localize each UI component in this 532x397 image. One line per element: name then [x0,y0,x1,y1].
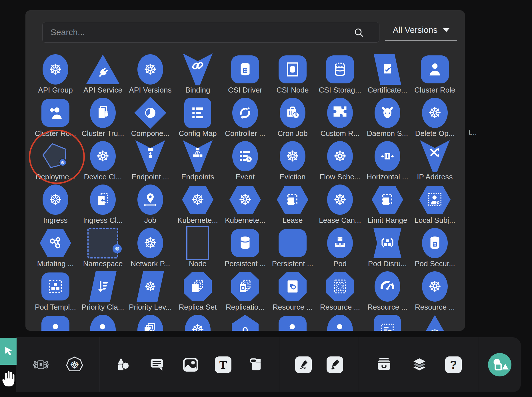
grid-item-delete-op[interactable]: ☸Delete Op... [411,97,459,141]
grid-item-priority-cla[interactable]: Priority Cla... [79,271,127,314]
grid-item-lease-can[interactable]: ☸Lease Can... [316,184,364,227]
grid-item-pod-disru[interactable]: Pod Disru... [364,227,411,271]
grid-item-label: Lease Can... [319,216,361,225]
grid-item-lease[interactable]: Lease [269,184,316,227]
grid-item-label: Node [189,259,207,268]
grid-item-csi-storag[interactable]: CSI Storag... [316,54,364,97]
grid-item-namespace[interactable]: ☸Namespace [79,227,127,271]
grid-item-binding[interactable]: Binding [174,54,221,97]
square-dashed-icon [372,186,403,214]
grid-item-endpoint[interactable]: Endpoint ... [127,141,174,184]
image-icon[interactable] [181,355,200,374]
grid-item-cluster-role[interactable]: Cluster Role [411,54,459,97]
grid-item-partial[interactable]: ☸ [411,314,459,331]
grid-item-event[interactable]: Event [221,141,269,184]
search-field[interactable] [42,22,379,43]
grid-item-api-versions[interactable]: ☸API Versions [127,54,174,97]
text-tool-icon[interactable]: T [215,356,231,373]
grid-item-compone[interactable]: Compone... [127,97,174,141]
grid-item-config-map[interactable]: Config Map [174,97,221,141]
grid-item-custom-r[interactable]: Custom R... [316,97,364,141]
grid-item-pod[interactable]: Pod [316,227,364,271]
boxes-arrow-icon [135,140,165,172]
grid-item-resource[interactable]: Resource ... [269,271,316,314]
grid-item-resource[interactable]: ☸Resource ... [411,271,459,314]
grid-item-partial[interactable] [364,314,411,331]
grid-item-partial[interactable]: ☸ [174,314,221,331]
grid-item-resource[interactable]: Resource ... [316,271,364,314]
grid-item-persistent[interactable]: Persistent ... [221,227,269,271]
grid-item-label: API Service [83,86,122,95]
grid-item-kubernete[interactable]: ☸Kubernete... [174,184,221,227]
pencil-draw-icon[interactable] [327,356,343,373]
grid-item-partial[interactable] [127,314,174,331]
grid-item-limit-range[interactable]: Limit Range [364,184,411,227]
grid-item-device-cl[interactable]: ☸Device Cl... [79,141,127,184]
grid-item-cluster-ro[interactable]: Cluster Ro... [32,97,79,141]
grid-item-deployme[interactable]: ☸Deployme... [32,141,79,184]
version-filter-dropdown[interactable]: All Versions [385,25,457,41]
grid-item-daemon-s[interactable]: Daemon S... [364,97,411,141]
note-icon[interactable] [246,355,265,374]
grid-item-endpoints[interactable]: Endpoints [174,141,221,184]
grid-item-label: CSI Storag... [319,86,361,95]
grid-item-resource[interactable]: Resource ... [364,271,411,314]
layers-icon[interactable] [410,355,429,374]
k8s-wheel-icon: ☸ [43,185,68,215]
grid-item-label: Cluster Role [414,86,455,95]
shapes-icon[interactable] [114,355,133,374]
grid-item-flow-sche[interactable]: ☸Flow Sche... [316,141,364,184]
drawer-icon[interactable] [375,355,393,374]
sort-arrow-icon [89,271,117,302]
grid-item-cron-job[interactable]: Cron Job [269,97,316,141]
select-tool-button[interactable] [0,338,17,365]
pen-connector-icon[interactable] [295,356,312,373]
kubernetes-icon[interactable]: ☸ [65,355,84,374]
k8s-wheel-icon: ☸ [137,54,163,85]
grid-item-priority-lev[interactable]: ☸Priority Lev... [127,271,174,314]
grid-item-network-p[interactable]: ☸Network P... [127,227,174,271]
help-icon[interactable]: ? [445,356,462,373]
grid-item-mutating[interactable]: Mutating ... [32,227,79,271]
grid-item-ip-address[interactable]: IP Address [411,141,459,184]
grid-item-horizontal[interactable]: Horizontal ... [364,141,411,184]
grid-item-label: Cron Job [277,129,308,138]
grid-item-certificate[interactable]: Certificate... [364,54,411,97]
grid-item-ingress[interactable]: ☸Ingress [32,184,79,227]
grid-item-csi-node[interactable]: CSI Node [269,54,316,97]
grid-item-label: Replicatio... [226,303,265,312]
shapes-logo-button[interactable] [488,353,511,376]
docs-plug-icon [90,98,116,128]
grid-item-partial[interactable] [32,314,79,331]
circuit-icon[interactable] [31,355,50,374]
grid-item-partial[interactable] [269,314,316,331]
grid-item-csi-driver[interactable]: CSI Driver [221,54,269,97]
grid-item-label: Ingress Cl... [83,216,123,225]
grid-item-api-service[interactable]: API Service [79,54,127,97]
comment-icon[interactable] [148,355,167,374]
grid-item-persistent[interactable]: Persistent ... [269,227,316,271]
grid-item-partial[interactable] [79,314,127,331]
grid-item-kubernete[interactable]: ☸Kubernete... [221,184,269,227]
grid-item-local-subj[interactable]: Local Subj... [411,184,459,227]
grid-item-eviction[interactable]: ☸Eviction [269,141,316,184]
grid-item-label: Local Subj... [414,216,455,225]
person-link-icon [90,315,116,331]
grid-item-replica-set[interactable]: Replica Set [174,271,221,314]
grid-item-ingress-cl[interactable]: Ingress Cl... [79,184,127,227]
grid-item-label: Pod Secur... [415,259,455,268]
grid-item-partial[interactable] [316,314,364,331]
grid-item-label: Resource ... [415,303,455,312]
grid-item-replicatio[interactable]: Replicatio... [221,271,269,314]
grid-item-api-group[interactable]: ☸API Group [32,54,79,97]
grid-item-controller[interactable]: Controller ... [221,97,269,141]
hand-tool-button[interactable] [1,369,15,387]
search-input[interactable] [43,27,379,37]
grid-item-partial[interactable] [221,314,269,331]
grid-item-pod-secur[interactable]: Pod Secur... [411,227,459,271]
grid-item-job[interactable]: Job [127,184,174,227]
grid-item-label: Kubernete... [177,216,218,225]
grid-item-node[interactable]: Node [174,227,221,271]
grid-item-cluster-tru[interactable]: Cluster Tru... [79,97,127,141]
grid-item-pod-templ[interactable]: Pod Templ... [32,271,79,314]
